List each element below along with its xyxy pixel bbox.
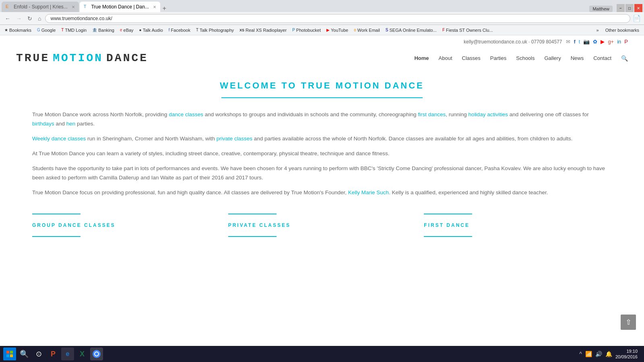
address-input[interactable] — [45, 14, 630, 23]
youtube-icon: ▶ — [326, 28, 330, 32]
taskbar-search-icon[interactable]: 🔍 — [18, 348, 31, 360]
hen-link[interactable]: hen — [66, 121, 76, 127]
start-button[interactable] — [3, 348, 16, 360]
card-group-title: GROUP DANCE CLASSES — [32, 222, 116, 228]
other-bookmarks-button[interactable]: Other bookmarks — [603, 27, 642, 33]
bookmark-facebook[interactable]: f Facebook — [167, 27, 192, 33]
bookmarks-more-button[interactable]: » — [594, 27, 601, 33]
tab-1[interactable]: E Enfold - Support | Kries... ✕ — [2, 2, 79, 12]
tray-network-icon[interactable]: 📶 — [585, 351, 592, 357]
bookmark-banking[interactable]: 🏦 Banking — [90, 27, 116, 33]
card-private-classes[interactable]: PRIVATE CLASSES — [228, 214, 416, 237]
tray-chevron-icon[interactable]: ^ — [579, 351, 582, 357]
banking-icon: 🏦 — [92, 28, 97, 32]
nav-parties[interactable]: Parties — [490, 55, 506, 61]
search-nav-icon[interactable]: 🔍 — [621, 55, 628, 62]
private-classes-link[interactable]: private classes — [217, 136, 252, 142]
windows-logo-icon — [6, 351, 13, 357]
weekly-dance-classes-link[interactable]: Weekly dance classes — [32, 136, 86, 142]
fiesta-icon: F — [442, 28, 445, 32]
title-divider — [221, 97, 423, 98]
taskbar-excel-icon[interactable]: X — [76, 348, 89, 360]
first-dances-link[interactable]: first dances — [418, 111, 446, 117]
birthdays-link[interactable]: birthdays — [32, 121, 54, 127]
tab2-close[interactable]: ✕ — [153, 5, 156, 9]
nav-about[interactable]: About — [439, 55, 452, 61]
card-group-dance[interactable]: GROUP DANCE CLASSES — [32, 214, 220, 237]
googleplus-icon[interactable]: g+ — [608, 39, 614, 45]
twitter-icon[interactable]: t — [579, 39, 580, 45]
bookmark-google[interactable]: G Google — [35, 27, 58, 33]
card-group-divider-bottom — [32, 236, 80, 237]
tab-2[interactable]: T True Motion Dance | Dan... ✕ — [80, 2, 160, 12]
bookmark-bookmarks[interactable]: ★ Bookmarks — [2, 27, 33, 33]
bookmark-sega[interactable]: S SEGA Online Emulato... — [384, 27, 439, 33]
tray-volume-icon[interactable]: 🔊 — [595, 351, 602, 357]
bookmark-talkphoto[interactable]: T Talk Photography — [194, 27, 236, 33]
svg-rect-2 — [6, 354, 9, 357]
address-bar: ← → ↻ ⌂ 📄 — [0, 12, 644, 25]
bookmark-photobucket[interactable]: P Photobucket — [290, 27, 323, 33]
main-content: WELCOME TO TRUE MOTION DANCE True Motion… — [0, 72, 644, 253]
user-name: Matthew — [589, 6, 613, 12]
site-logo[interactable]: TRUE MOTION DANCE — [16, 52, 148, 64]
bookmark-realxs[interactable]: XS Real XS Radioplayer — [237, 27, 289, 33]
tmd-icon: T — [61, 28, 64, 32]
taskbar-powerpoint-icon[interactable]: P — [47, 348, 60, 360]
nav-schools[interactable]: Schools — [516, 55, 535, 61]
tab1-close[interactable]: ✕ — [72, 5, 75, 9]
scroll-to-top-button[interactable]: ⇧ — [621, 315, 636, 330]
bookmark-ebay[interactable]: e eBay — [118, 27, 136, 33]
flickr-icon[interactable]: ✿ — [593, 39, 597, 45]
bookmark-workemail[interactable]: o Work Email — [352, 27, 382, 33]
minimize-button[interactable]: − — [617, 4, 625, 12]
tray-notification-icon[interactable]: 🔔 — [605, 351, 612, 357]
new-tab-button[interactable]: + — [161, 5, 168, 12]
card-first-dance[interactable]: FIRST DANCE — [424, 214, 612, 237]
svg-point-6 — [95, 352, 98, 356]
bookmark-youtube[interactable]: ▶ YouTube — [324, 27, 350, 33]
nav-home[interactable]: Home — [414, 55, 429, 61]
nav-news[interactable]: News — [571, 55, 584, 61]
bookmark-tmd[interactable]: T TMD Login — [59, 27, 89, 33]
taskbar-ie-icon[interactable]: e — [61, 348, 74, 360]
tab2-favicon: T — [84, 4, 89, 10]
close-button[interactable]: ✕ — [634, 4, 642, 12]
pinterest-icon[interactable]: P — [624, 39, 628, 45]
talkaudio-icon: ● — [139, 28, 142, 32]
bookmarks-star-icon: ★ — [4, 28, 8, 32]
workemail-icon: o — [354, 28, 356, 32]
bookmark-fiesta[interactable]: F Fiesta ST Owners Clu... — [440, 27, 495, 33]
card-first-divider-bottom — [424, 236, 472, 237]
nav-gallery[interactable]: Gallery — [544, 55, 561, 61]
back-button[interactable]: ← — [3, 14, 12, 23]
maximize-button[interactable]: □ — [625, 4, 634, 12]
bookmark-fiesta-label: Fiesta ST Owners Clu... — [446, 28, 493, 33]
youtube-social-icon[interactable]: ▶ — [601, 39, 605, 45]
email-icon[interactable]: ✉ — [566, 39, 570, 45]
window-controls: − □ ✕ — [617, 4, 642, 12]
bookmark-talkaudio[interactable]: ● Talk Audio — [137, 27, 165, 33]
linkedin-icon[interactable]: in — [617, 39, 621, 45]
bookmark-workemail-label: Work Email — [357, 28, 380, 33]
forward-button[interactable]: → — [14, 14, 23, 23]
instagram-icon[interactable]: 📷 — [583, 39, 590, 45]
ebay-icon: e — [120, 28, 122, 32]
realxs-icon: XS — [239, 28, 244, 32]
kelly-marie-such-link[interactable]: Kelly Marie Such — [348, 189, 389, 195]
photobucket-icon: P — [292, 28, 295, 32]
taskbar-chrome-icon[interactable] — [90, 348, 103, 360]
reload-button[interactable]: ↻ — [26, 14, 34, 23]
nav-classes[interactable]: Classes — [462, 55, 481, 61]
holiday-activities-link[interactable]: holiday activities — [469, 111, 508, 117]
home-button[interactable]: ⌂ — [36, 14, 43, 23]
card-private-divider-bottom — [228, 236, 277, 237]
logo-motion: MOTION — [53, 52, 103, 64]
facebook-social-icon[interactable]: f — [574, 39, 575, 45]
taskbar-clock[interactable]: 19:10 20/09/2016 — [615, 348, 638, 360]
nav-contact[interactable]: Contact — [593, 55, 611, 61]
dance-classes-link[interactable]: dance classes — [169, 111, 203, 117]
taskbar-cortana-icon[interactable]: ⊙ — [32, 348, 45, 360]
card-private-divider-top — [228, 214, 277, 214]
card-first-divider-top — [424, 214, 472, 214]
